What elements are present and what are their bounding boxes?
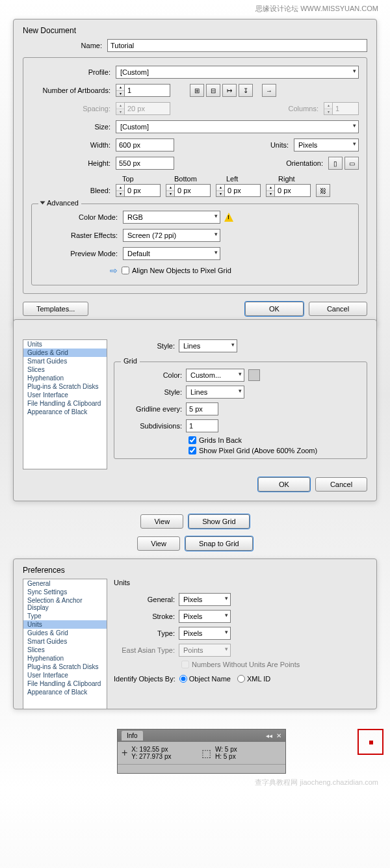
sidebar-item[interactable]: Slices bbox=[23, 365, 107, 374]
sidebar-item[interactable]: Hyphenation bbox=[23, 654, 107, 663]
raster-label: Raster Effects: bbox=[38, 231, 123, 239]
artboards-input[interactable] bbox=[125, 84, 170, 97]
sidebar-item[interactable]: Units bbox=[23, 620, 107, 629]
bleed-top-stepper[interactable]: ▴▾ bbox=[116, 184, 161, 197]
sidebar-item[interactable]: Appearance of Black bbox=[23, 688, 107, 696]
arrow-icon: ⇨ bbox=[110, 265, 118, 276]
subdiv-input[interactable] bbox=[186, 419, 218, 432]
spacing-label: Spacing: bbox=[31, 105, 116, 112]
xml-id-radio[interactable] bbox=[237, 675, 245, 683]
sidebar-item[interactable]: Sync Settings bbox=[23, 588, 107, 596]
col-icon[interactable]: ↧ bbox=[239, 84, 253, 97]
height-label: Height: bbox=[31, 159, 116, 167]
bleed-right-header: Right bbox=[278, 175, 330, 183]
sidebar-item[interactable]: Type bbox=[23, 612, 107, 620]
obj-name-radio[interactable] bbox=[179, 675, 187, 683]
show-grid-button[interactable]: Show Grid bbox=[188, 514, 249, 529]
name-label: Name: bbox=[23, 42, 107, 49]
sidebar-item[interactable]: Smart Guides bbox=[23, 637, 107, 646]
row-icon[interactable]: ↦ bbox=[222, 84, 237, 97]
info-tab[interactable]: Info bbox=[122, 731, 143, 741]
bleed-left-stepper[interactable]: ▴▾ bbox=[216, 184, 261, 197]
collapse-icon[interactable]: ◂◂ bbox=[266, 732, 272, 739]
templates-button[interactable]: Templates... bbox=[23, 302, 88, 316]
h-label: H: bbox=[215, 753, 222, 760]
colormode-select[interactable]: RGB bbox=[123, 211, 220, 224]
columns-stepper: ▴▾ bbox=[324, 102, 359, 115]
grid-by-row-icon[interactable]: ⊞ bbox=[190, 84, 204, 97]
view-button[interactable]: View bbox=[137, 536, 180, 551]
sidebar-item[interactable]: User Interface bbox=[23, 671, 107, 679]
section-title: Units bbox=[114, 579, 367, 586]
profile-select[interactable]: [Custom] bbox=[116, 66, 359, 79]
sidebar-item[interactable]: Guides & Grid bbox=[23, 349, 107, 357]
spacing-stepper: ▴▾ bbox=[116, 102, 170, 115]
grid-color-swatch[interactable] bbox=[248, 369, 260, 381]
dialog-title: New Document bbox=[14, 20, 376, 39]
general-select[interactable]: Pixels bbox=[179, 593, 231, 606]
grid-color-select[interactable]: Custom... bbox=[186, 369, 244, 382]
sidebar-item[interactable]: Hyphenation bbox=[23, 374, 107, 382]
show-pixel-checkbox[interactable] bbox=[188, 447, 196, 454]
sidebar-item[interactable]: Smart Guides bbox=[23, 357, 107, 365]
bleed-right-stepper[interactable]: ▴▾ bbox=[266, 184, 311, 197]
gridline-label: Gridline every: bbox=[121, 405, 186, 413]
size-select[interactable]: [Custom] bbox=[116, 120, 359, 133]
sidebar-item[interactable]: General bbox=[23, 579, 107, 588]
units-label: Units: bbox=[255, 141, 294, 149]
snap-grid-button[interactable]: Snap to Grid bbox=[185, 536, 253, 551]
align-pixel-checkbox[interactable] bbox=[122, 267, 129, 274]
guide-style-select[interactable]: Lines bbox=[179, 339, 237, 352]
artboards-stepper[interactable]: ▴▾ bbox=[116, 84, 170, 97]
bleed-bottom-input[interactable] bbox=[175, 184, 211, 197]
type-select[interactable]: Pixels bbox=[179, 627, 231, 640]
ok-button[interactable]: OK bbox=[245, 302, 304, 316]
sidebar-item[interactable]: Plug-ins & Scratch Disks bbox=[23, 382, 107, 391]
view-button[interactable]: View bbox=[140, 514, 183, 529]
width-input[interactable] bbox=[116, 138, 174, 151]
stroke-select[interactable]: Pixels bbox=[179, 610, 231, 623]
grid-style-select[interactable]: Lines bbox=[186, 386, 244, 399]
sidebar-item[interactable]: Appearance of Black bbox=[23, 408, 107, 416]
y-label: Y: bbox=[131, 753, 137, 760]
xml-id-label: XML ID bbox=[247, 675, 270, 683]
landscape-icon[interactable]: ▭ bbox=[344, 157, 359, 170]
sidebar-item[interactable]: Plug-ins & Scratch Disks bbox=[23, 663, 107, 671]
sidebar-item[interactable]: Slices bbox=[23, 646, 107, 654]
close-icon[interactable]: ✕ bbox=[276, 732, 281, 739]
name-input[interactable] bbox=[107, 39, 367, 52]
sidebar-item[interactable]: Units bbox=[23, 340, 107, 349]
columns-input bbox=[333, 102, 359, 115]
bleed-top-input[interactable] bbox=[125, 184, 161, 197]
sidebar-item[interactable]: File Handling & Clipboard bbox=[23, 399, 107, 408]
sidebar-item[interactable]: Guides & Grid bbox=[23, 629, 107, 637]
new-document-dialog: New Document Name: Profile: [Custom] Num… bbox=[13, 19, 377, 326]
prefs-sidebar: UnitsGuides & GridSmart GuidesSlicesHyph… bbox=[23, 339, 107, 469]
bleed-left-input[interactable] bbox=[225, 184, 261, 197]
preview-select[interactable]: Default bbox=[123, 247, 220, 260]
artboard-layout-icons: ⊞ ⊟ ↦ ↧ → bbox=[190, 84, 276, 97]
link-bleed-icon[interactable]: ⛓ bbox=[316, 184, 330, 197]
bleed-right-input[interactable] bbox=[275, 184, 311, 197]
ok-button[interactable]: OK bbox=[258, 477, 310, 492]
bleed-label: Bleed: bbox=[31, 187, 116, 194]
sidebar-item[interactable]: User Interface bbox=[23, 391, 107, 399]
units-select[interactable]: Pixels bbox=[294, 138, 359, 151]
gridline-input[interactable] bbox=[186, 402, 218, 415]
raster-select[interactable]: Screen (72 ppi) bbox=[123, 229, 220, 242]
grid-by-col-icon[interactable]: ⊟ bbox=[206, 84, 220, 97]
preview-label: Preview Mode: bbox=[38, 250, 123, 257]
grid-legend: Grid bbox=[121, 357, 140, 365]
sidebar-item[interactable]: File Handling & Clipboard bbox=[23, 679, 107, 688]
rtl-icon[interactable]: → bbox=[262, 84, 276, 97]
portrait-icon[interactable]: ▯ bbox=[328, 157, 343, 170]
cancel-button[interactable]: Cancel bbox=[309, 302, 367, 316]
cancel-button[interactable]: Cancel bbox=[315, 477, 367, 492]
advanced-legend[interactable]: Advanced bbox=[38, 199, 81, 207]
height-input[interactable] bbox=[116, 157, 174, 170]
grids-back-checkbox[interactable] bbox=[188, 436, 196, 444]
bleed-bottom-stepper[interactable]: ▴▾ bbox=[166, 184, 211, 197]
sidebar-item[interactable]: Selection & Anchor Display bbox=[23, 596, 107, 612]
x-value: 192.55 px bbox=[140, 746, 168, 753]
obj-name-label: Object Name bbox=[189, 675, 231, 683]
